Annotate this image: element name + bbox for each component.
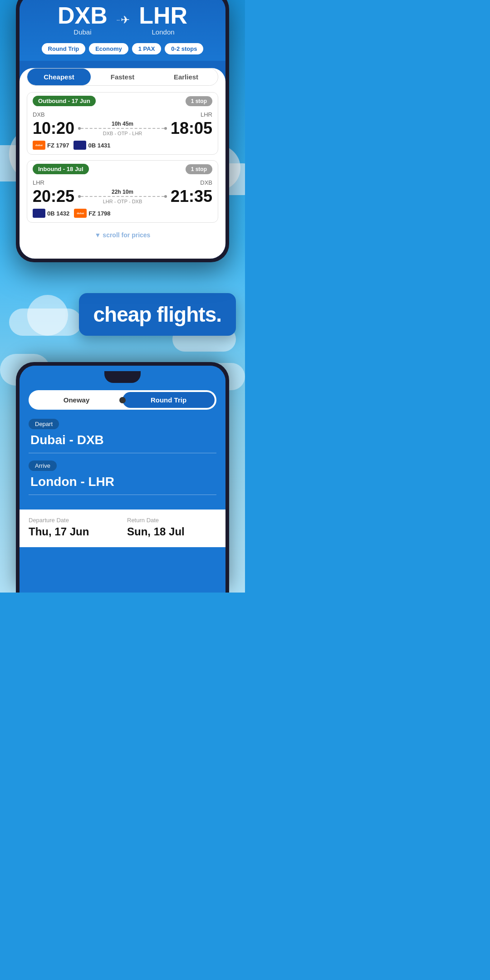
- inbound-stops: 1 stop: [186, 164, 212, 174]
- inbound-duration-info: 22h 10m LHR - OTP - DXB: [78, 189, 167, 204]
- return-date-label: Return Date: [127, 517, 216, 524]
- outbound-origin: DXB: [33, 111, 45, 118]
- inbound-segment[interactable]: Inbound - 18 Jul 1 stop LHR DXB 20:25 22…: [27, 160, 218, 223]
- origin-block: DXB Dubai: [58, 4, 108, 36]
- arrive-label: Arrive: [29, 461, 57, 471]
- outbound-arrive: 18:05: [171, 119, 212, 138]
- plane-icon: [117, 14, 130, 26]
- outbound-duration: 10h 45m: [78, 121, 167, 127]
- phone-1: DXB Dubai LHR London Round Trip Economy …: [16, 0, 229, 262]
- arrive-field[interactable]: Arrive London - LHR: [29, 461, 216, 495]
- arrive-divider: [29, 495, 216, 495]
- dates-section: Departure Date Thu, 17 Jun Return Date S…: [20, 510, 225, 547]
- toggle-dot: [119, 397, 126, 403]
- inbound-times: 20:25 22h 10m LHR - OTP - DXB 21:35: [33, 187, 212, 206]
- outbound-body: DXB LHR 10:20 10h 45m DXB - OTP: [27, 109, 218, 154]
- departure-date-value: Thu, 17 Jun: [29, 525, 118, 538]
- outbound-airline2: 0B 1431: [74, 141, 110, 150]
- outbound-segment[interactable]: Outbound - 17 Jun 1 stop DXB LHR 10:20 1…: [27, 92, 218, 155]
- outbound-dest: LHR: [201, 111, 212, 118]
- blue-logo-1: [74, 141, 86, 150]
- camera-notch: [104, 371, 141, 383]
- dubai-logo-2: dubai: [74, 209, 87, 218]
- outbound-header: Outbound - 17 Jun 1 stop: [27, 93, 218, 109]
- stops-pill[interactable]: 0-2 stops: [165, 43, 203, 54]
- tagline-box: cheap flights.: [79, 293, 236, 336]
- inbound-origin: LHR: [33, 179, 44, 186]
- outbound-label: Outbound - 17 Jun: [33, 96, 96, 106]
- notch-bar: [20, 366, 225, 387]
- inbound-label: Inbound - 18 Jul: [33, 164, 89, 174]
- dubai-logo-1: dubai: [33, 141, 45, 150]
- outbound-duration-info: 10h 45m DXB - OTP - LHR: [78, 121, 167, 136]
- depart-value: Dubai - DXB: [29, 433, 216, 447]
- phone1-content: Cheapest Fastest Earliest Outbound - 17 …: [20, 68, 225, 259]
- inbound-airline2: dubai FZ 1798: [74, 209, 110, 218]
- depart-field[interactable]: Depart Dubai - DXB: [29, 419, 216, 453]
- inbound-route: LHR - OTP - DXB: [78, 199, 167, 204]
- trip-type-pill[interactable]: Round Trip: [42, 43, 86, 54]
- sort-tabs: Cheapest Fastest Earliest: [27, 68, 218, 86]
- depart-divider: [29, 453, 216, 453]
- origin-name: Dubai: [58, 28, 108, 36]
- outbound-depart: 10:20: [33, 119, 74, 138]
- tab-earliest[interactable]: Earliest: [154, 69, 218, 85]
- phone1-header: DXB Dubai LHR London Round Trip Economy …: [20, 0, 225, 61]
- trip-type-toggle[interactable]: Oneway Round Trip: [29, 390, 216, 410]
- search-form: Depart Dubai - DXB Arrive London - LHR: [20, 410, 225, 510]
- return-date-value: Sun, 18 Jul: [127, 525, 216, 538]
- inbound-body: LHR DXB 20:25 22h 10m LHR - OTP: [27, 177, 218, 222]
- cabin-pill[interactable]: Economy: [89, 43, 128, 54]
- roundtrip-option[interactable]: Round Trip: [122, 392, 215, 408]
- inbound-arrive: 21:35: [171, 187, 212, 206]
- blue-logo-2: [33, 209, 45, 218]
- route-row: DXB Dubai LHR London: [29, 4, 216, 36]
- inbound-airlines: 0B 1432 dubai FZ 1798: [33, 209, 212, 218]
- tab-fastest[interactable]: Fastest: [91, 69, 154, 85]
- oneway-option[interactable]: Oneway: [30, 392, 122, 408]
- middle-section: cheap flights.: [0, 262, 245, 362]
- inbound-depart: 20:25: [33, 187, 74, 206]
- arrive-value: London - LHR: [29, 475, 216, 489]
- outbound-stops: 1 stop: [186, 96, 212, 106]
- price-area: ▼ scroll for prices: [27, 228, 218, 241]
- inbound-header: Inbound - 18 Jul 1 stop: [27, 161, 218, 177]
- outbound-airline1: dubai FZ 1797: [33, 141, 69, 150]
- departure-date-label: Departure Date: [29, 517, 118, 524]
- dest-block: LHR London: [139, 4, 187, 36]
- dest-code: LHR: [139, 4, 187, 27]
- dest-name: London: [139, 28, 187, 36]
- pax-pill[interactable]: 1 PAX: [132, 43, 162, 54]
- tagline-text: cheap flights.: [93, 303, 221, 326]
- depart-label: Depart: [29, 419, 59, 429]
- return-date-col[interactable]: Return Date Sun, 18 Jul: [127, 517, 216, 538]
- outbound-airports: DXB LHR: [33, 111, 212, 118]
- outbound-times: 10:20 10h 45m DXB - OTP - LHR 18:05: [33, 119, 212, 138]
- outbound-route: DXB - OTP - LHR: [78, 131, 167, 136]
- departure-date-col[interactable]: Departure Date Thu, 17 Jun: [29, 517, 118, 538]
- outbound-airlines: dubai FZ 1797 0B 1431: [33, 141, 212, 150]
- filter-pills: Round Trip Economy 1 PAX 0-2 stops: [29, 39, 216, 61]
- inbound-dest: DXB: [200, 179, 212, 186]
- inbound-airports: LHR DXB: [33, 179, 212, 186]
- inbound-duration: 22h 10m: [78, 189, 167, 195]
- phone-2: Oneway Round Trip Depart Dubai - DXB Arr…: [16, 362, 229, 593]
- dates-row: Departure Date Thu, 17 Jun Return Date S…: [29, 517, 216, 538]
- inbound-airline1: 0B 1432: [33, 209, 69, 218]
- tab-cheapest[interactable]: Cheapest: [27, 69, 91, 85]
- origin-code: DXB: [58, 4, 108, 27]
